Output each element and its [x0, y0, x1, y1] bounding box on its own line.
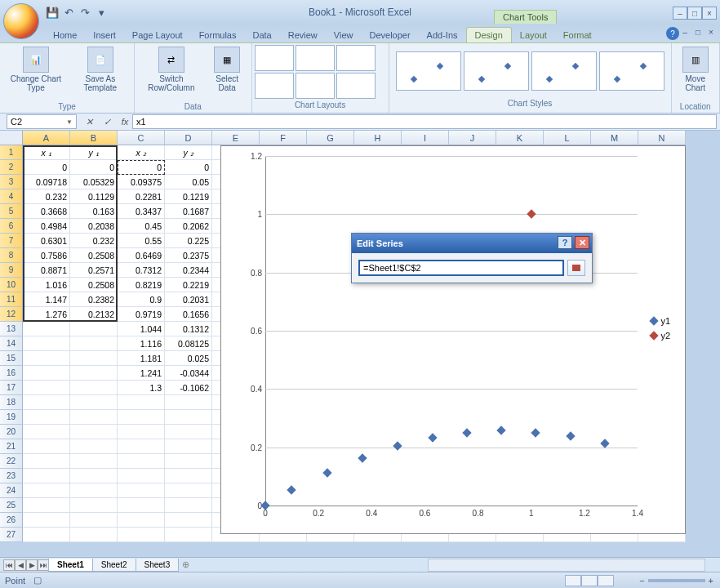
cell[interactable]: [165, 454, 212, 469]
tab-design[interactable]: Design: [466, 27, 512, 42]
zoom-out-button[interactable]: −: [639, 576, 644, 586]
cell[interactable]: [23, 528, 70, 542]
cell[interactable]: 0.2031: [165, 292, 212, 307]
cell[interactable]: 0.3668: [23, 204, 70, 219]
cell[interactable]: 0.2344: [165, 263, 212, 278]
cell[interactable]: [118, 410, 165, 425]
cell[interactable]: [118, 454, 165, 469]
page-break-view-button[interactable]: [598, 575, 614, 586]
row-header-26[interactable]: 26: [0, 513, 23, 528]
cell[interactable]: 0.1129: [70, 189, 118, 204]
tab-format[interactable]: Format: [555, 28, 600, 42]
cell[interactable]: [23, 366, 70, 381]
column-header-J[interactable]: J: [449, 131, 496, 145]
cell[interactable]: x ₁: [23, 145, 70, 160]
row-header-23[interactable]: 23: [0, 469, 23, 483]
row-header-24[interactable]: 24: [0, 483, 23, 498]
data-point[interactable]: [287, 485, 296, 494]
cell[interactable]: 1.116: [118, 336, 165, 351]
row-header-18[interactable]: 18: [0, 395, 23, 410]
cell[interactable]: 0.09375: [118, 175, 165, 189]
row-header-21[interactable]: 21: [0, 439, 23, 454]
row-header-25[interactable]: 25: [0, 498, 23, 513]
cell[interactable]: x ₂: [118, 145, 165, 160]
cell[interactable]: 0.2038: [70, 219, 118, 234]
data-point[interactable]: [393, 442, 402, 451]
undo-icon[interactable]: ↶: [61, 5, 76, 20]
legend-item-y1[interactable]: y1: [651, 316, 670, 326]
name-box[interactable]: C2▼: [7, 114, 77, 129]
cell[interactable]: [118, 498, 165, 513]
fx-icon[interactable]: fx: [118, 114, 132, 129]
row-header-13[interactable]: 13: [0, 322, 23, 336]
cell[interactable]: -0.1062: [165, 381, 212, 395]
sheet-tab-sheet2[interactable]: Sheet2: [92, 559, 136, 572]
chart-style-item[interactable]: [531, 51, 597, 91]
data-point[interactable]: [462, 428, 471, 437]
cell[interactable]: [23, 454, 70, 469]
page-layout-view-button[interactable]: [581, 575, 598, 586]
qat-dropdown-icon[interactable]: ▾: [94, 5, 109, 20]
row-header-22[interactable]: 22: [0, 454, 23, 469]
tab-insert[interactable]: Insert: [85, 28, 124, 42]
row-header-9[interactable]: 9: [0, 263, 23, 278]
cell[interactable]: [165, 469, 212, 483]
tab-formulas[interactable]: Formulas: [191, 28, 245, 42]
row-header-27[interactable]: 27: [0, 528, 23, 542]
move-chart-button[interactable]: ▥Move Chart: [675, 45, 716, 94]
cell[interactable]: [23, 498, 70, 513]
data-point[interactable]: [429, 434, 438, 443]
chart-legend[interactable]: y1 y2: [651, 316, 670, 345]
cell[interactable]: [165, 410, 212, 425]
chart-layout-item[interactable]: [296, 45, 335, 71]
cell[interactable]: 0.05: [165, 175, 212, 189]
embedded-chart[interactable]: 00.20.40.60.811.200.20.40.60.811.21.4 y1…: [220, 145, 686, 534]
row-header-17[interactable]: 17: [0, 381, 23, 395]
column-header-H[interactable]: H: [354, 131, 402, 145]
zoom-in-button[interactable]: +: [709, 576, 713, 586]
chart-style-item[interactable]: [396, 51, 461, 91]
cell[interactable]: 0.7586: [23, 248, 70, 263]
row-header-3[interactable]: 3: [0, 175, 23, 189]
cell[interactable]: [70, 410, 118, 425]
cell[interactable]: [165, 498, 212, 513]
cell[interactable]: 1.241: [118, 366, 165, 381]
row-header-6[interactable]: 6: [0, 219, 23, 234]
data-point[interactable]: [322, 468, 331, 477]
cell[interactable]: [70, 395, 118, 410]
cell[interactable]: [118, 469, 165, 483]
data-point[interactable]: [358, 453, 367, 462]
sheet-nav-last-icon[interactable]: ⏭: [38, 559, 49, 571]
row-header-1[interactable]: 1: [0, 145, 23, 160]
cell[interactable]: 1.3: [118, 381, 165, 395]
cell[interactable]: 0.2508: [70, 248, 118, 263]
dialog-titlebar[interactable]: Edit Series ? ✕: [352, 234, 592, 253]
cell[interactable]: [70, 425, 118, 439]
cell[interactable]: 0.1219: [165, 189, 212, 204]
cell[interactable]: [23, 513, 70, 528]
chart-layout-item[interactable]: [296, 73, 335, 99]
select-data-button[interactable]: ▦Select Data: [207, 45, 248, 94]
column-header-L[interactable]: L: [544, 131, 591, 145]
cell[interactable]: y ₂: [165, 145, 212, 160]
column-header-F[interactable]: F: [260, 131, 307, 145]
cell[interactable]: [70, 366, 118, 381]
column-header-M[interactable]: M: [591, 131, 638, 145]
chart-layout-item[interactable]: [255, 45, 294, 71]
row-header-4[interactable]: 4: [0, 189, 23, 204]
cell[interactable]: [165, 439, 212, 454]
cell[interactable]: 0.163: [70, 204, 118, 219]
select-all-corner[interactable]: [0, 131, 23, 145]
column-header-E[interactable]: E: [212, 131, 260, 145]
cell[interactable]: [23, 395, 70, 410]
tab-layout[interactable]: Layout: [512, 28, 555, 42]
data-point[interactable]: [260, 501, 269, 510]
column-header-B[interactable]: B: [70, 131, 118, 145]
insert-sheet-icon[interactable]: ⊕: [182, 559, 189, 570]
cell[interactable]: 0.232: [70, 234, 118, 248]
cell[interactable]: [23, 425, 70, 439]
redo-icon[interactable]: ↷: [78, 5, 92, 20]
dialog-help-button[interactable]: ?: [558, 236, 572, 249]
row-header-15[interactable]: 15: [0, 351, 23, 366]
cell[interactable]: 0.2219: [165, 278, 212, 292]
